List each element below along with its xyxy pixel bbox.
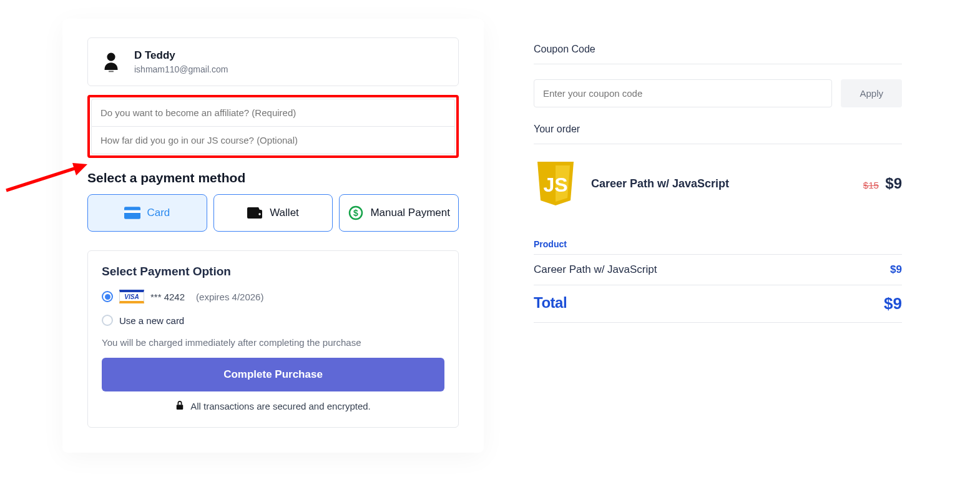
user-name: D Teddy [134,49,228,62]
payment-method-label: Wallet [270,207,299,219]
svg-text:JS: JS [543,174,567,196]
user-email: ishmam110@gmail.com [134,64,228,74]
charge-note: You will be charged immediately after co… [102,337,444,348]
order-summary-panel: Coupon Code Apply Your order JS Career P… [534,19,902,453]
order-item: JS Career Path w/ JavaScript $15 $9 [534,159,902,208]
svg-marker-10 [72,163,87,175]
svg-rect-3 [124,210,140,213]
product-header: Product [534,239,902,255]
annotation-arrow-icon [0,159,87,197]
radio-unchecked-icon [102,315,113,326]
svg-line-9 [6,168,76,190]
visa-badge: VISA [119,290,144,303]
total-row: Total $9 [534,285,902,323]
payment-method-label: Card [147,207,170,219]
user-card: D Teddy ishmam110@gmail.com [87,37,459,86]
divider [534,64,902,64]
payment-option-title: Select Payment Option [102,265,444,278]
apply-coupon-button[interactable]: Apply [841,79,902,107]
payment-method-title: Select a payment method [87,170,459,185]
payment-method-label: Manual Payment [370,207,450,219]
complete-purchase-button[interactable]: Complete Purchase [102,358,444,391]
price-new: $9 [885,175,902,192]
your-order-label: Your order [534,124,902,135]
saved-card-option[interactable]: VISA *** 4242 (expires 4/2026) [102,290,444,303]
new-card-option[interactable]: Use a new card [102,315,444,326]
checkout-left-panel: D Teddy ishmam110@gmail.com Select a pay… [62,19,484,453]
wallet-icon [247,206,263,220]
affiliate-question-input[interactable] [91,99,455,127]
payment-method-manual[interactable]: $ Manual Payment [339,194,459,232]
new-card-label: Use a new card [119,315,184,326]
order-item-price: $15 $9 [863,175,902,192]
svg-point-4 [259,213,261,215]
dollar-icon: $ [348,206,364,220]
payment-method-card[interactable]: Card [87,194,207,232]
coupon-input[interactable] [534,79,832,107]
total-price: $9 [884,294,902,313]
price-old: $15 [863,180,879,190]
avatar [100,51,122,72]
svg-text:$: $ [353,208,358,218]
payment-method-wallet[interactable]: Wallet [213,194,333,232]
product-row-price: $9 [890,263,902,276]
js-logo-icon: JS [534,159,577,208]
svg-rect-7 [177,405,184,410]
svg-rect-1 [109,71,114,72]
secure-note: All transactions are secured and encrypt… [102,400,444,412]
total-label: Total [534,294,567,313]
product-row: Career Path w/ JavaScript $9 [534,255,902,285]
custom-questions-highlight [87,95,459,158]
product-row-name: Career Path w/ JavaScript [534,263,657,276]
payment-method-row: Card Wallet $ Manual Paym [87,194,459,232]
radio-checked-icon [102,291,113,302]
payment-option-box: Select Payment Option VISA *** 4242 (exp… [87,250,459,428]
coupon-label: Coupon Code [534,44,902,55]
card-masked: *** 4242 [150,292,185,302]
card-expires: (expires 4/2026) [196,292,263,302]
card-icon [124,206,140,220]
order-item-name: Career Path w/ JavaScript [591,177,850,190]
js-progress-question-input[interactable] [91,127,455,154]
divider [534,144,902,144]
secure-note-text: All transactions are secured and encrypt… [190,401,371,411]
svg-point-0 [107,53,115,61]
lock-icon [175,400,184,412]
